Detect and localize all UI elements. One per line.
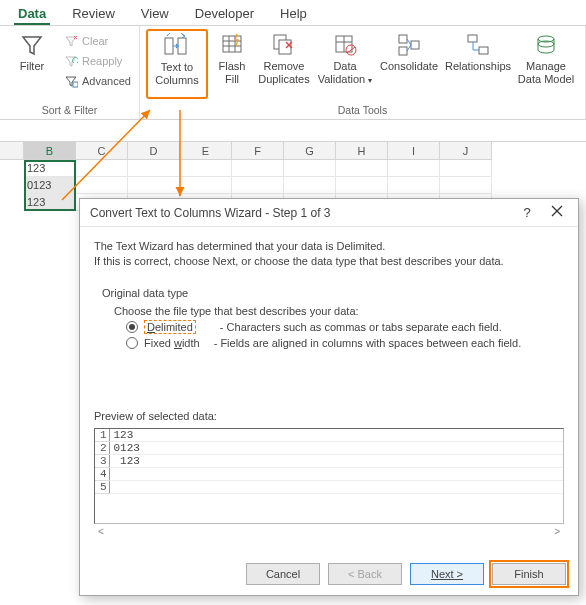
funnel-icon [19, 32, 45, 58]
preview-scrollbar[interactable]: <> [94, 526, 564, 537]
col-header-b[interactable]: B [24, 142, 76, 160]
dialog-title: Convert Text to Columns Wizard - Step 1 … [90, 206, 512, 220]
svg-rect-20 [399, 47, 407, 55]
dv-l1: Data [333, 60, 356, 73]
finish-button[interactable]: Finish [492, 563, 566, 585]
cell-b2[interactable]: 0123 [24, 177, 76, 194]
radio-icon [126, 321, 138, 333]
help-button[interactable]: ? [512, 205, 542, 220]
svg-rect-21 [411, 41, 419, 49]
filter-button[interactable]: Filter [6, 29, 58, 99]
delimited-label: Delimited [144, 320, 196, 334]
reapply-icon [64, 54, 78, 68]
svg-rect-2 [73, 82, 78, 87]
consolidate-button[interactable]: Consolidate [378, 29, 440, 99]
chevron-down-icon: ▾ [368, 76, 372, 85]
mdm-l1: Manage [526, 60, 566, 73]
relationships-button[interactable]: Relationships [444, 29, 512, 99]
close-button[interactable] [542, 205, 572, 220]
col-header-e[interactable]: E [180, 142, 232, 160]
advanced-label: Advanced [82, 75, 131, 87]
radio-icon [126, 337, 138, 349]
col-header-f[interactable]: F [232, 142, 284, 160]
ribbon-tabs: Data Review View Developer Help [0, 0, 586, 26]
preview-box: 1123 20123 3 123 4 5 [94, 428, 564, 524]
mdm-l2: Data Model [518, 73, 574, 86]
fixed-width-desc: - Fields are aligned in columns with spa… [214, 337, 522, 349]
col-header-i[interactable]: I [388, 142, 440, 160]
text-to-columns-button[interactable]: Text to Columns [146, 29, 208, 99]
remove-duplicates-button[interactable]: Remove Duplicates [256, 29, 312, 99]
col-header-h[interactable]: H [336, 142, 388, 160]
tab-data[interactable]: Data [14, 4, 50, 25]
data-validation-icon [332, 32, 358, 58]
wizard-intro-1: The Text Wizard has determined that your… [94, 240, 564, 252]
tab-developer[interactable]: Developer [191, 4, 258, 25]
rd-l2: Duplicates [258, 73, 309, 86]
tab-review[interactable]: Review [68, 4, 119, 25]
data-model-icon [533, 32, 559, 58]
tab-view[interactable]: View [137, 4, 173, 25]
col-header-c[interactable]: C [76, 142, 128, 160]
svg-rect-5 [223, 36, 241, 52]
cell-b1[interactable]: 123 [24, 160, 76, 177]
cancel-button[interactable]: Cancel [246, 563, 320, 585]
rd-l1: Remove [264, 60, 305, 73]
original-data-type-label: Original data type [102, 287, 556, 299]
delimited-radio[interactable]: Delimited - Characters such as commas or… [126, 320, 556, 334]
next-button[interactable]: Next > [410, 563, 484, 585]
remove-duplicates-icon [271, 32, 297, 58]
svg-rect-11 [279, 40, 291, 54]
choose-file-type-prompt: Choose the file type that best describes… [114, 305, 556, 317]
reapply-label: Reapply [82, 55, 122, 67]
close-icon [551, 205, 563, 217]
clear-button[interactable]: Clear [62, 31, 133, 51]
svg-rect-23 [479, 47, 488, 54]
wizard-intro-2: If this is correct, choose Next, or choo… [94, 255, 564, 267]
svg-rect-19 [399, 35, 407, 43]
text-to-columns-icon [162, 33, 192, 59]
advanced-button[interactable]: Advanced [62, 71, 133, 91]
cons-label: Consolidate [380, 60, 438, 73]
delimited-desc: - Characters such as commas or tabs sepa… [220, 321, 502, 333]
text-to-columns-wizard-dialog: Convert Text to Columns Wizard - Step 1 … [79, 198, 579, 596]
tab-help[interactable]: Help [276, 4, 311, 25]
clear-icon [64, 34, 78, 48]
reapply-button[interactable]: Reapply [62, 51, 133, 71]
group-data-tools: Text to Columns Flash Fill [140, 26, 586, 119]
clear-label: Clear [82, 35, 108, 47]
dialog-titlebar[interactable]: Convert Text to Columns Wizard - Step 1 … [80, 199, 578, 227]
ribbon: Filter Clear Reapply Advanced Sort & Fil… [0, 26, 586, 120]
ff-l2: Fill [225, 73, 239, 86]
preview-label: Preview of selected data: [94, 410, 564, 422]
original-data-type-fieldset: Original data type Choose the file type … [94, 277, 564, 360]
svg-rect-3 [165, 38, 173, 54]
dv-l2: Validation [318, 73, 366, 85]
formula-bar[interactable] [0, 120, 586, 142]
cell-b3[interactable]: 123 [24, 194, 76, 211]
fixed-width-radio[interactable]: Fixed width - Fields are aligned in colu… [126, 337, 556, 349]
col-header-g[interactable]: G [284, 142, 336, 160]
back-button[interactable]: < Back [328, 563, 402, 585]
ff-l1: Flash [219, 60, 246, 73]
group-label-sort-filter: Sort & Filter [6, 103, 133, 117]
rel-label: Relationships [445, 60, 511, 73]
svg-rect-22 [468, 35, 477, 42]
ttc-l1: Text to [161, 61, 193, 74]
svg-rect-4 [178, 38, 186, 54]
manage-data-model-button[interactable]: Manage Data Model [516, 29, 576, 99]
relationships-icon [465, 32, 491, 58]
group-sort-filter: Filter Clear Reapply Advanced Sort & Fil… [0, 26, 140, 119]
flash-fill-button[interactable]: Flash Fill [212, 29, 252, 99]
consolidate-icon [396, 32, 422, 58]
filter-label: Filter [20, 60, 44, 73]
select-all-cell[interactable] [0, 142, 24, 160]
data-validation-button[interactable]: Data Validation ▾ [316, 29, 374, 99]
group-label-data-tools: Data Tools [146, 103, 579, 117]
flash-fill-icon [219, 32, 245, 58]
fixed-width-label: Fixed width [144, 337, 200, 349]
ttc-l2: Columns [155, 74, 198, 87]
col-header-j[interactable]: J [440, 142, 492, 160]
advanced-icon [64, 74, 78, 88]
col-header-d[interactable]: D [128, 142, 180, 160]
